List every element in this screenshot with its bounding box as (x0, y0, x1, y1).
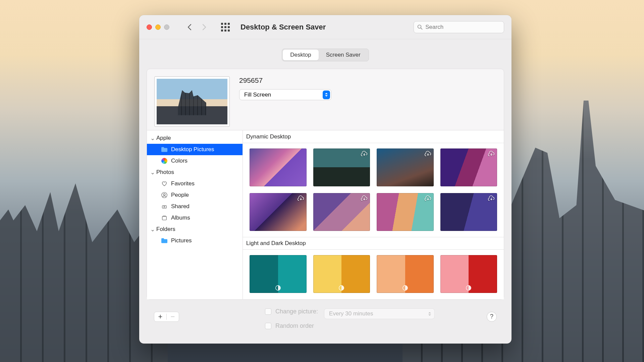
close-button[interactable] (147, 24, 152, 30)
window-title: Desktop & Screen Saver (240, 23, 326, 32)
cloud-download-icon (424, 150, 432, 157)
svg-rect-11 (161, 238, 164, 240)
change-picture-checkbox[interactable] (265, 308, 271, 315)
sidebar-item-colors[interactable]: Colors (147, 155, 243, 167)
person-icon (161, 192, 168, 198)
chevron-down-icon: ⌄ (150, 169, 154, 176)
sidebar-item-favorites[interactable]: Favorites (147, 178, 243, 189)
sidebar-item-desktop-pictures[interactable]: Desktop Pictures (147, 144, 243, 155)
sidebar-item-pictures[interactable]: Pictures (147, 235, 243, 246)
svg-rect-3 (161, 147, 164, 149)
footer-row: + − Change picture: Every 30 minutes Ran… (147, 300, 504, 337)
chevron-down-icon: ⌄ (150, 135, 154, 142)
options-column: Change picture: Every 30 minutes Random … (265, 304, 435, 329)
svg-rect-8 (162, 217, 167, 220)
svg-rect-9 (163, 216, 166, 217)
wallpaper-thumb[interactable] (377, 193, 434, 231)
current-wallpaper-preview (154, 76, 230, 127)
wallpaper-thumb[interactable] (377, 255, 434, 293)
wallpaper-thumb[interactable] (377, 148, 434, 186)
albums-icon (161, 215, 168, 221)
back-button[interactable] (182, 22, 197, 33)
svg-point-5 (163, 194, 165, 195)
wallpaper-thumb[interactable] (440, 255, 497, 293)
tab-screensaver[interactable]: Screen Saver (319, 50, 368, 60)
heart-icon (161, 180, 168, 187)
system-preferences-window: Desktop & Screen Saver Desktop Screen Sa… (139, 15, 512, 344)
fit-mode-value: Fill Screen (244, 92, 271, 98)
search-icon (417, 24, 423, 30)
section-header-light-dark: Light and Dark Desktop (243, 237, 504, 250)
cloud-download-icon (361, 150, 368, 157)
cloud-download-icon (297, 195, 305, 202)
wallpaper-thumb[interactable] (313, 148, 370, 186)
fit-mode-popup[interactable]: Fill Screen (239, 89, 331, 100)
tab-desktop[interactable]: Desktop (283, 50, 318, 60)
wallpaper-thumb[interactable] (440, 148, 497, 186)
group-apple[interactable]: ⌄Apple (147, 132, 243, 144)
window-controls (147, 24, 169, 30)
wallpaper-thumb[interactable] (250, 255, 307, 293)
wallpaper-thumb[interactable] (313, 193, 370, 231)
sidebar-item-people[interactable]: People (147, 189, 243, 201)
group-photos[interactable]: ⌄Photos (147, 167, 243, 178)
pane-body: Desktop Screen Saver 295657 Fill Screen … (139, 39, 512, 344)
cloud-download-icon (361, 195, 368, 202)
chevron-updown-icon (323, 90, 330, 99)
forward-button[interactable] (197, 22, 212, 33)
appearance-cycle-icon (275, 285, 281, 291)
change-picture-row: Change picture: Every 30 minutes (265, 304, 435, 319)
source-sidebar: ⌄Apple Desktop Pictures Colors ⌄Photos F… (147, 130, 243, 299)
content-card: 295657 Fill Screen ⌄Apple Desktop Pictur… (147, 69, 504, 300)
grid-dynamic (243, 143, 504, 237)
toolbar: Desktop & Screen Saver (139, 15, 512, 39)
remove-folder-button[interactable]: − (167, 312, 179, 321)
wallpaper-thumb[interactable] (250, 193, 307, 231)
wallpaper-thumb[interactable] (313, 255, 370, 293)
appearance-cycle-icon (466, 285, 472, 291)
sidebar-item-shared[interactable]: Shared (147, 201, 243, 212)
group-folders[interactable]: ⌄Folders (147, 224, 243, 235)
color-wheel-icon (161, 158, 168, 164)
chevron-down-icon: ⌄ (150, 226, 154, 233)
appearance-cycle-icon (338, 285, 344, 291)
wallpaper-thumb[interactable] (440, 193, 497, 231)
wallpaper-thumb[interactable] (250, 148, 307, 186)
random-order-checkbox[interactable] (265, 323, 271, 329)
folder-icon (161, 146, 168, 153)
svg-line-1 (421, 28, 422, 29)
minimize-button[interactable] (155, 24, 161, 30)
folder-icon (161, 237, 168, 244)
svg-point-0 (418, 25, 421, 28)
add-remove-control: + − (154, 312, 179, 322)
show-all-icon[interactable] (221, 23, 230, 32)
current-wallpaper-meta: 295657 Fill Screen (239, 76, 331, 127)
shared-icon (161, 203, 168, 210)
random-order-label: Random order (275, 322, 314, 329)
sidebar-item-albums[interactable]: Albums (147, 212, 243, 224)
cloud-download-icon (424, 195, 432, 202)
grid-light-dark (243, 250, 504, 296)
section-header-dynamic: Dynamic Desktop (243, 130, 504, 143)
cloud-download-icon (488, 195, 495, 202)
zoom-button[interactable] (164, 24, 169, 30)
help-button[interactable]: ? (487, 312, 497, 322)
change-picture-label: Change picture: (275, 308, 318, 315)
add-folder-button[interactable]: + (154, 312, 166, 321)
random-order-row: Random order (265, 322, 435, 329)
chevron-updown-icon (426, 309, 433, 318)
nav-arrows (182, 22, 212, 33)
cloud-download-icon (488, 150, 495, 157)
search-field[interactable] (414, 21, 504, 33)
search-input[interactable] (425, 24, 500, 31)
change-interval-popup[interactable]: Every 30 minutes (324, 308, 435, 319)
wallpaper-browser: Dynamic Desktop Light and Dark Desktop (243, 130, 504, 299)
appearance-cycle-icon (402, 285, 408, 291)
current-wallpaper-row: 295657 Fill Screen (147, 69, 504, 130)
segmented-control: Desktop Screen Saver (282, 49, 369, 61)
current-wallpaper-name: 295657 (239, 76, 331, 84)
svg-point-7 (164, 205, 165, 207)
split-area: ⌄Apple Desktop Pictures Colors ⌄Photos F… (147, 130, 504, 299)
